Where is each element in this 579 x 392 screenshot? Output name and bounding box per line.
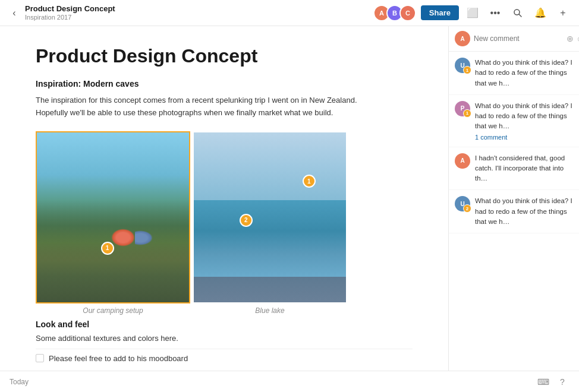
help-icon[interactable]: ? [555,375,569,389]
checkbox-input[interactable] [36,354,44,362]
current-user-avatar: A [455,31,470,46]
breadcrumb-subtitle: Inspiration 2017 [25,14,115,21]
section2-heading: Look and feel [36,320,413,329]
image2-caption: Blue lake [255,306,284,315]
section1-body: The inspiration for this concept comes f… [36,94,369,119]
image1-caption: Our camping setup [83,306,143,315]
comment-text-area: What do you think of this idea? I had to… [475,101,573,141]
comment-badge: 2 [463,204,471,213]
share-button[interactable]: Share [421,5,459,20]
comment-avatar-wrap: A [455,153,470,169]
comment-item: P 1 What do you think of this idea? I ha… [449,95,579,147]
comment-text-area: What do you think of this idea? I had to… [475,58,573,88]
keyboard-icon[interactable]: ⌨ [536,375,550,389]
comment-body: What do you think of this idea? I had to… [475,196,573,227]
mountain-image [37,132,189,302]
bottom-bar: Today ⌨ ? [0,371,579,392]
checkbox-row: Please feel free to add to his moodboard [36,349,413,368]
more-options-icon[interactable]: ••• [486,4,504,22]
image1-box[interactable]: 1 [36,131,190,304]
comment-item: U 2 What do you think of this idea? I ha… [449,190,579,233]
comment-avatar-wrap: P 1 [455,101,470,116]
image1-wrapper: 1 Our camping setup [36,131,190,315]
comment-text-area: I hadn't considered that, good catch. I'… [475,153,573,184]
section2-body: Some additional textures and colors here… [36,334,413,343]
annotation-dot-1[interactable]: 1 [101,242,114,255]
annotation-dot-3[interactable]: 2 [240,214,253,227]
comment-badge: 1 [463,109,471,118]
images-row: 1 Our camping setup 1 2 Blue lake [36,131,413,315]
comment-item: U 1 What do you think of this idea? I ha… [449,52,579,95]
presentation-icon[interactable]: ⬜ [464,4,482,22]
nav-left: ‹ Product Design Concept Inspiration 201… [7,4,373,21]
search-icon[interactable] [509,4,527,22]
comment-item: A I hadn't considered that, good catch. … [449,147,579,191]
top-navigation: ‹ Product Design Concept Inspiration 201… [0,0,579,26]
comment-avatar-wrap: U 2 [455,196,470,211]
bottom-date: Today [10,378,29,386]
breadcrumb-title: Product Design Concept [25,4,115,14]
checkbox-label: Please feel free to add to his moodboard [49,354,188,363]
svg-line-1 [519,14,521,17]
comment-text-area: What do you think of this idea? I had to… [475,196,573,227]
avatar-3: C [399,5,416,21]
section1-heading: Inspiration: Modern caves [36,79,413,88]
reply-link[interactable]: 1 comment [475,134,573,141]
comment-badge: 1 [463,66,471,74]
breadcrumb: Product Design Concept Inspiration 2017 [25,4,115,21]
comment-body: What do you think of this idea? I had to… [475,101,573,132]
at-mention-icon[interactable]: ⊕ [567,34,574,43]
lake-image [194,132,346,302]
notifications-icon[interactable]: 🔔 [531,4,549,22]
comment-body: I hadn't considered that, good catch. I'… [475,153,573,184]
doc-title: Product Design Concept [36,45,413,67]
comment-avatar-wrap: U 1 [455,58,470,73]
comment-panel: A ⊕ ☺ U 1 What do you think of this idea… [448,26,579,371]
avatar-group: A B C [373,5,416,21]
comment-input-icons: ⊕ ☺ [567,34,579,43]
comments-list: U 1 What do you think of this idea? I ha… [449,52,579,371]
image2-wrapper: 1 2 Blue lake [193,131,347,315]
comment-body: What do you think of this idea? I had to… [475,58,573,88]
bottom-icons: ⌨ ? [536,375,569,389]
back-button[interactable]: ‹ [7,6,21,20]
main-area: Product Design Concept Inspiration: Mode… [0,26,579,371]
commenter-avatar: A [455,153,470,169]
nav-right: A B C Share ⬜ ••• 🔔 + [373,4,572,22]
comment-input-row: A ⊕ ☺ [449,26,579,52]
document-area: Product Design Concept Inspiration: Mode… [0,26,448,371]
emoji-icon[interactable]: ☺ [576,34,579,43]
add-icon[interactable]: + [554,4,572,22]
annotation-dot-2[interactable]: 1 [303,175,316,188]
comment-input[interactable] [474,34,563,43]
image2-box[interactable]: 1 2 [193,131,347,304]
